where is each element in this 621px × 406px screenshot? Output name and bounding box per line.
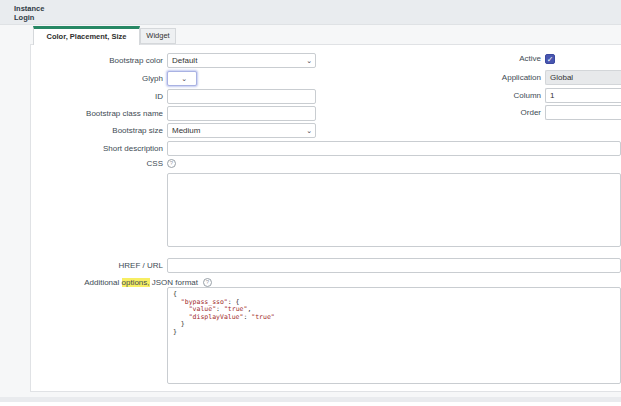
bootstrap-size-select[interactable]: Medium ⌄ <box>167 123 316 138</box>
help-icon[interactable]: ? <box>203 278 212 287</box>
glyph-select[interactable]: ⌄ <box>167 71 197 86</box>
order-input[interactable] <box>545 105 621 120</box>
column-input[interactable] <box>545 88 621 103</box>
search-highlight: options, <box>122 278 150 287</box>
bootstrap-color-value: Default <box>172 56 197 65</box>
bootstrap-color-label: Bootstrap color <box>30 53 163 68</box>
bootstrap-class-name-input[interactable] <box>167 106 316 121</box>
short-description-input[interactable] <box>167 141 621 156</box>
id-label: ID <box>30 89 163 104</box>
checkmark-icon: ✓ <box>547 55 554 64</box>
bootstrap-class-name-label: Bootstrap class name <box>30 106 163 121</box>
order-label: Order <box>400 105 541 120</box>
id-input[interactable] <box>167 89 316 104</box>
help-icon[interactable]: ? <box>167 159 176 168</box>
active-checkbox[interactable]: ✓ <box>545 54 555 64</box>
css-textarea[interactable] <box>167 173 621 247</box>
page-title: Instance Login <box>14 4 44 23</box>
chevron-down-icon: ⌄ <box>306 55 312 66</box>
tab-widget[interactable]: Widget <box>140 28 176 44</box>
column-label: Column <box>400 88 541 103</box>
href-url-label: HREF / URL <box>30 258 163 273</box>
bootstrap-size-value: Medium <box>172 126 200 135</box>
widget-instance-form-screen: Instance Login Color, Placement, Size Wi… <box>0 0 621 406</box>
css-label: CSS <box>30 158 163 170</box>
application-readonly-field: Global <box>545 70 621 85</box>
window-bottom-edge <box>0 397 621 402</box>
header-bar: Instance Login <box>0 0 621 25</box>
application-label: Application <box>400 70 541 85</box>
tab-color-placement-size[interactable]: Color, Placement, Size <box>33 26 140 45</box>
additional-options-json-editor[interactable]: { "bypass_sso": { "value": "true", "disp… <box>167 287 621 384</box>
href-url-input[interactable] <box>167 258 621 273</box>
chevron-down-icon: ⌄ <box>181 73 187 84</box>
chevron-down-icon: ⌄ <box>306 125 312 136</box>
bootstrap-color-select[interactable]: Default ⌄ <box>167 53 316 68</box>
glyph-label: Glyph <box>30 71 163 86</box>
application-value: Global <box>550 73 573 82</box>
short-description-label: Short description <box>30 141 163 156</box>
json-code: { "bypass_sso": { "value": "true", "disp… <box>168 288 620 339</box>
active-label: Active <box>400 51 541 66</box>
bootstrap-size-label: Bootstrap size <box>30 123 163 138</box>
